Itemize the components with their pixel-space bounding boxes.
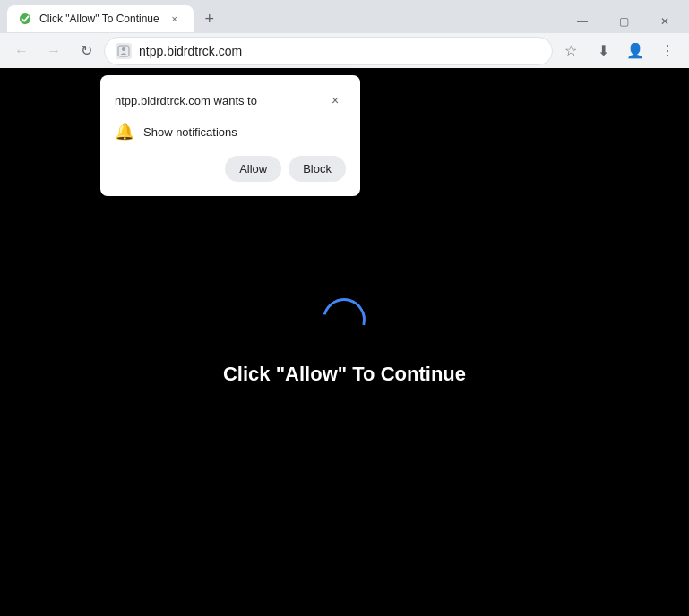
url-bar[interactable]: ntpp.bidrdtrck.com: [104, 37, 553, 65]
address-bar: ← → ↻ ntpp.bidrdtrck.com ☆ ⬇: [0, 32, 689, 68]
browser-window: Click "Allow" To Continue × + — ▢ ✕ ← → …: [0, 0, 689, 616]
tab-strip: Click "Allow" To Continue × +: [0, 5, 558, 32]
popup-close-button[interactable]: ×: [324, 90, 346, 111]
maximize-button[interactable]: ▢: [603, 9, 644, 34]
refresh-button[interactable]: ↻: [72, 37, 100, 65]
menu-button[interactable]: ⋮: [653, 37, 682, 65]
allow-button[interactable]: Allow: [225, 156, 281, 182]
loading-container: Click "Allow" To Continue: [223, 298, 466, 386]
notification-popup: ntpp.bidrdtrck.com wants to × 🔔 Show not…: [100, 75, 360, 196]
forward-button[interactable]: →: [39, 37, 68, 65]
tab-title: Click "Allow" To Continue: [39, 13, 159, 25]
active-tab[interactable]: Click "Allow" To Continue ×: [7, 5, 194, 32]
back-button[interactable]: ←: [7, 37, 36, 65]
bell-icon: 🔔: [115, 122, 134, 141]
bookmark-button[interactable]: ☆: [556, 37, 585, 65]
url-text: ntpp.bidrdtrck.com: [139, 44, 541, 58]
close-button[interactable]: ✕: [644, 9, 685, 34]
block-button[interactable]: Block: [289, 156, 346, 182]
window-controls: — ▢ ✕: [558, 5, 689, 34]
popup-actions: Allow Block: [115, 156, 346, 182]
minimize-button[interactable]: —: [562, 9, 603, 34]
site-security-icon: [116, 43, 132, 59]
popup-header: ntpp.bidrdtrck.com wants to ×: [115, 90, 346, 111]
popup-title: ntpp.bidrdtrck.com wants to: [115, 94, 257, 107]
new-tab-button[interactable]: +: [197, 6, 222, 31]
title-bar: Click "Allow" To Continue × + — ▢ ✕: [0, 0, 689, 32]
popup-permission-row: 🔔 Show notifications: [115, 122, 346, 141]
svg-point-2: [122, 47, 125, 51]
tab-favicon: [18, 12, 32, 26]
page-content: ntpp.bidrdtrck.com wants to × 🔔 Show not…: [0, 68, 689, 616]
permission-text: Show notifications: [143, 125, 237, 139]
page-loading-text: Click "Allow" To Continue: [223, 363, 466, 386]
address-actions: ☆ ⬇ 👤 ⋮: [556, 37, 682, 65]
loading-spinner: [315, 290, 375, 349]
profile-button[interactable]: 👤: [621, 37, 650, 65]
tab-close-button[interactable]: ×: [167, 11, 183, 27]
download-button[interactable]: ⬇: [589, 37, 617, 65]
